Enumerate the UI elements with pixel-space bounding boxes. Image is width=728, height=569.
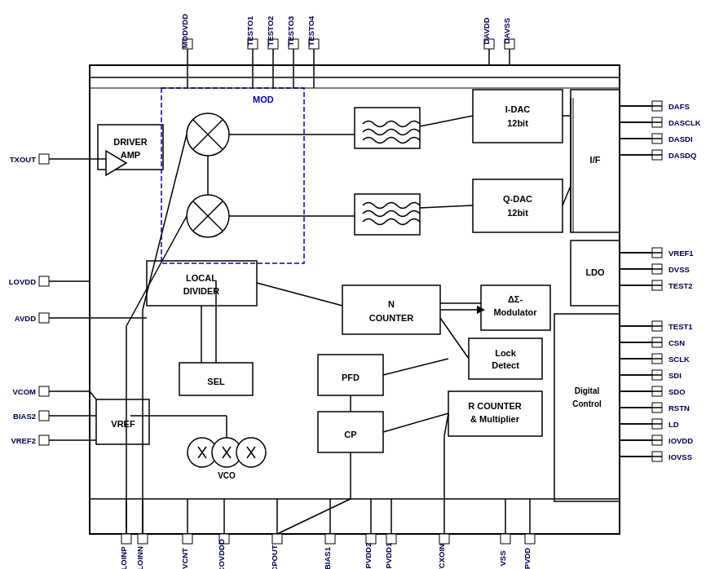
delta-sigma-label1: ΔΣ-	[508, 294, 523, 304]
cp-label: CP	[344, 430, 356, 439]
delta-sigma-label2: Modulator	[493, 307, 537, 317]
wire-divider-ncounter	[257, 283, 342, 306]
svg-rect-58	[121, 534, 131, 544]
label-rstn: RSTN	[668, 404, 690, 412]
label-dasdq: DASDQ	[668, 151, 696, 160]
label-sclk: SCLK	[668, 355, 690, 364]
label-davss: DAVSS	[502, 18, 511, 44]
svg-rect-52	[39, 386, 49, 396]
svg-rect-70	[366, 534, 376, 544]
n-counter-label2: COUNTER	[369, 313, 413, 323]
svg-rect-76	[501, 534, 510, 544]
r-counter-label1: R COUNTER	[468, 401, 521, 411]
label-iovss: IOVSS	[668, 452, 692, 461]
svg-line-136	[277, 499, 351, 534]
label-test2: TEST2	[668, 281, 693, 290]
mod-region	[161, 88, 304, 263]
pfd-label: PFD	[342, 373, 360, 382]
label-txout: TXOUT	[10, 155, 36, 164]
label-vcnt: VCNT	[180, 548, 189, 569]
label-dasdi: DASDI	[668, 135, 693, 143]
svg-rect-62	[183, 534, 192, 544]
label-test1: TEST1	[668, 322, 693, 331]
label-vcom: VCOM	[13, 387, 37, 396]
label-testo4: TESTO4	[307, 15, 315, 46]
label-vref2: VREF2	[11, 436, 36, 445]
svg-rect-72	[386, 534, 396, 544]
mod-label: MOD	[253, 95, 274, 104]
local-divider-label2: DIVIDER	[183, 286, 220, 296]
wire-filter-idac	[420, 116, 473, 126]
label-modvdd: MODVDD	[180, 14, 189, 48]
digital-control-label1: Digital	[575, 386, 600, 395]
svg-line-116	[90, 391, 96, 399]
n-counter-block	[342, 285, 440, 334]
label-csn: CSN	[668, 338, 685, 347]
lock-detect-label2: Detect	[492, 360, 519, 370]
label-vss: VSS	[498, 550, 507, 566]
driver-amp-label1: DRIVER	[113, 137, 148, 147]
diagram-container: MODVDD TESTO1 TESTO2 TESTO3 TESTO4 DAVDD…	[0, 0, 728, 569]
q-dac-label2: 12bit	[507, 208, 528, 218]
label-dasclk: DASCLK	[668, 118, 701, 127]
vref-label: VREF	[111, 419, 135, 429]
svg-rect-78	[525, 534, 535, 544]
svg-rect-46	[39, 154, 49, 164]
ldo-label: LDO	[585, 267, 605, 277]
label-testo3: TESTO3	[286, 16, 295, 46]
sel-label: SEL	[207, 377, 225, 386]
label-tcxoin: TCXOIN	[437, 544, 446, 569]
label-loinn: LOINN	[135, 546, 144, 569]
digital-control-label2: Control	[572, 399, 602, 408]
label-ld: LD	[668, 420, 679, 429]
filter-top-block	[355, 108, 420, 148]
r-counter-label2: & Multiplier	[470, 414, 520, 424]
label-loinp: LOINP	[119, 546, 128, 569]
svg-rect-68	[325, 534, 335, 544]
svg-rect-50	[39, 313, 49, 323]
svg-rect-66	[272, 534, 282, 544]
svg-line-93	[563, 186, 571, 205]
svg-line-92	[420, 205, 473, 208]
svg-line-109	[383, 359, 448, 375]
label-vcovddd: VCOVDDD	[217, 539, 226, 569]
label-sdi: SDI	[668, 371, 682, 380]
svg-line-107	[440, 318, 469, 359]
label-sdo: SDO	[668, 387, 686, 396]
label-testo2: TESTO2	[266, 16, 275, 46]
driver-amp-label2: AMP	[121, 150, 140, 160]
label-bias2: BIAS2	[13, 412, 36, 421]
i-dac-block	[473, 90, 563, 143]
vco-label: VCO	[218, 471, 236, 480]
svg-rect-48	[39, 276, 49, 286]
label-vref1: VREF1	[668, 249, 694, 258]
n-counter-label1: N	[388, 299, 395, 309]
svg-rect-54	[39, 411, 49, 421]
label-davdd: DAVDD	[482, 17, 491, 44]
label-pvdd: PVDD	[523, 548, 532, 569]
if-label: I/F	[590, 155, 601, 165]
label-cpvdd2: CPVDD2	[364, 543, 373, 569]
lock-detect-label1: Lock	[495, 348, 517, 358]
label-dafs: DAFS	[668, 102, 690, 111]
label-bias1: BIAS1	[323, 546, 332, 569]
i-dac-label: I-DAC	[505, 104, 531, 114]
label-cpout: CPOUT	[270, 545, 279, 569]
svg-line-110	[383, 413, 448, 432]
svg-rect-74	[439, 534, 449, 544]
svg-rect-56	[39, 435, 49, 445]
label-iovdd: IOVDD	[668, 436, 693, 445]
local-divider-block	[147, 261, 257, 306]
label-avdd: AVDD	[15, 314, 36, 323]
label-cpvdd1: CPVDD1	[384, 542, 393, 569]
local-divider-label1: LOCAL	[186, 273, 217, 283]
i-dac-label2: 12bit	[507, 118, 528, 128]
lock-detect-block	[469, 338, 542, 379]
svg-rect-60	[138, 534, 148, 544]
label-dvss: DVSS	[668, 265, 690, 274]
q-dac-label: Q-DAC	[503, 194, 532, 204]
filter-bottom-block	[355, 194, 420, 235]
q-dac-block	[473, 179, 563, 232]
label-testo1: TESTO1	[245, 15, 254, 46]
label-lovdd: LOVDD	[9, 277, 36, 286]
